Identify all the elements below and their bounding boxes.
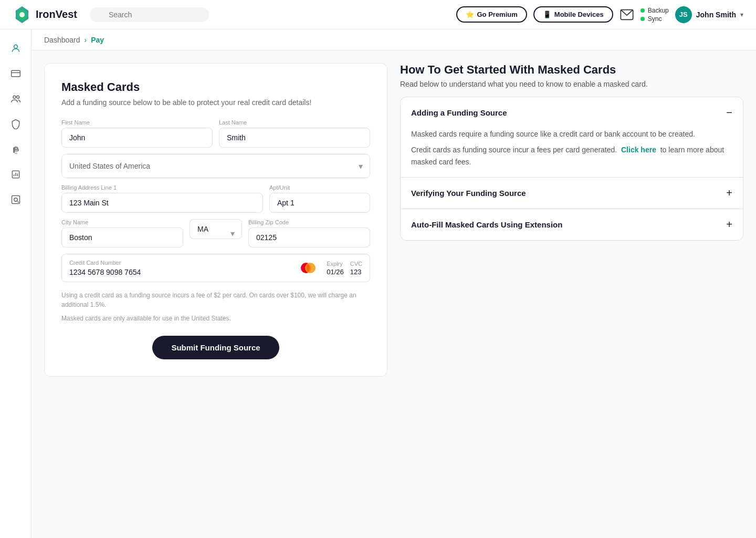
- city-state-zip-row: City Name MA ▾ Billing Zip Code: [61, 219, 370, 247]
- country-group: United States of America ▾: [61, 154, 370, 178]
- sidebar-item-bitcoin[interactable]: [5, 139, 26, 160]
- help-title: How To Get Started With Masked Cards: [400, 63, 743, 77]
- svg-point-2: [19, 12, 25, 17]
- breadcrumb-separator: ›: [85, 36, 87, 44]
- accordion-plus-icon-verifying: +: [726, 187, 732, 199]
- city-input[interactable]: [61, 227, 183, 247]
- funding-text-1: Masked cards require a funding source li…: [411, 128, 732, 140]
- billing-address-label: Billing Address Line 1: [61, 184, 263, 191]
- last-name-input[interactable]: [219, 128, 370, 148]
- accordion: Adding a Funding Source − Masked cards r…: [400, 97, 743, 241]
- last-name-label: Last Name: [219, 119, 370, 126]
- help-panel: How To Get Started With Masked Cards Rea…: [400, 63, 743, 241]
- sync-status: Sync: [640, 15, 669, 23]
- premium-button[interactable]: ⭐ Go Premium: [456, 6, 527, 23]
- click-here-link[interactable]: Click here: [621, 146, 656, 154]
- breadcrumb-dashboard[interactable]: Dashboard: [44, 36, 80, 44]
- fee-note-2: Masked cards are only available for use …: [61, 314, 370, 323]
- submit-button[interactable]: Submit Funding Source: [152, 336, 279, 359]
- sidebar-item-cards[interactable]: [5, 63, 26, 84]
- backup-status: Backup: [640, 7, 669, 14]
- user-info[interactable]: JS John Smith ▾: [675, 6, 743, 23]
- logo-text: IronVest: [36, 8, 77, 20]
- zip-label: Billing Zip Code: [248, 219, 370, 225]
- header-actions: ⭐ Go Premium 📱 Mobile Devices Backup Syn…: [456, 6, 744, 23]
- zip-group: Billing Zip Code: [248, 219, 370, 247]
- name-row: First Name Last Name: [61, 119, 370, 148]
- mastercard-icon: [298, 262, 318, 274]
- state-select[interactable]: MA: [190, 219, 242, 239]
- accordion-item-verifying: Verifying Your Funding Source +: [401, 178, 743, 209]
- billing-address-input[interactable]: [61, 193, 263, 213]
- state-group: MA ▾: [190, 219, 242, 247]
- first-name-group: First Name: [61, 119, 213, 148]
- svg-point-10: [16, 96, 19, 98]
- svg-point-6: [14, 45, 17, 48]
- address-row: Billing Address Line 1 Apt/Unit: [61, 184, 370, 213]
- mobile-devices-button[interactable]: 📱 Mobile Devices: [533, 6, 613, 23]
- sidebar-item-contacts[interactable]: [5, 88, 26, 109]
- sidebar: [0, 29, 32, 389]
- header: IronVest ⭐ Go Premium 📱 Mobile Devices B…: [0, 0, 756, 29]
- main-content: Masked Cards Add a funding source below …: [32, 50, 756, 389]
- sidebar-item-security[interactable]: [5, 113, 26, 134]
- city-group: City Name: [61, 219, 183, 247]
- sidebar-item-activity[interactable]: [5, 164, 26, 185]
- mail-icon[interactable]: [620, 7, 634, 22]
- svg-point-22: [14, 198, 17, 202]
- breadcrumb: Dashboard › Pay: [32, 29, 756, 50]
- first-name-input[interactable]: [61, 128, 213, 148]
- billing-address-group: Billing Address Line 1: [61, 184, 263, 213]
- accordion-item-funding: Adding a Funding Source − Masked cards r…: [401, 97, 743, 178]
- svg-rect-7: [11, 70, 20, 77]
- first-name-label: First Name: [61, 119, 213, 126]
- search-wrapper: [90, 7, 237, 22]
- accordion-header-verifying[interactable]: Verifying Your Funding Source +: [401, 178, 743, 209]
- city-label: City Name: [61, 219, 183, 225]
- accordion-item-autofill: Auto-Fill Masked Cards Using Extension +: [401, 209, 743, 240]
- apt-input[interactable]: [269, 193, 370, 213]
- expiry-group: Expiry 01/26: [327, 261, 344, 276]
- sidebar-item-users[interactable]: [5, 38, 26, 59]
- logo: IronVest: [13, 5, 77, 24]
- zip-input[interactable]: [248, 227, 370, 247]
- chevron-down-icon: ▾: [740, 11, 743, 18]
- cc-icons: [298, 262, 318, 274]
- accordion-label-funding: Adding a Funding Source: [411, 108, 507, 117]
- fee-note-1: Using a credit card as a funding source …: [61, 291, 370, 309]
- panel-title: Masked Cards: [61, 80, 370, 94]
- cc-label: Credit Card Number: [69, 260, 298, 266]
- accordion-label-verifying: Verifying Your Funding Source: [411, 189, 526, 198]
- panel-subtitle: Add a funding source below to be able to…: [61, 98, 370, 107]
- cvc-group: CVC 123: [350, 261, 362, 276]
- sidebar-item-vault[interactable]: [5, 189, 26, 210]
- country-select[interactable]: United States of America: [61, 154, 370, 178]
- breadcrumb-current: Pay: [91, 36, 104, 44]
- mobile-icon: 📱: [543, 11, 551, 18]
- accordion-plus-icon-autofill: +: [726, 219, 732, 231]
- svg-line-23: [17, 201, 19, 203]
- svg-point-9: [13, 96, 16, 98]
- accordion-label-autofill: Auto-Fill Masked Cards Using Extension: [411, 220, 562, 229]
- accordion-body-funding: Masked cards require a funding source li…: [401, 128, 743, 177]
- last-name-group: Last Name: [219, 119, 370, 148]
- cc-number: 1234 5678 9098 7654: [69, 268, 298, 276]
- backup-dot: [640, 8, 645, 13]
- status-group: Backup Sync: [640, 7, 669, 23]
- credit-card-row: Credit Card Number 1234 5678 9098 7654 E…: [61, 254, 370, 282]
- search-input[interactable]: [90, 7, 209, 22]
- funding-text-2: Credit cards as funding source incur a f…: [411, 144, 732, 168]
- apt-label: Apt/Unit: [269, 184, 370, 191]
- user-name: John Smith: [696, 11, 736, 19]
- cc-number-group: Credit Card Number 1234 5678 9098 7654: [69, 260, 298, 276]
- accordion-header-funding[interactable]: Adding a Funding Source −: [401, 97, 743, 128]
- logo-icon: [13, 5, 32, 24]
- avatar: JS: [675, 6, 692, 23]
- masked-cards-panel: Masked Cards Add a funding source below …: [44, 63, 387, 377]
- star-icon: ⭐: [466, 11, 474, 18]
- country-row: United States of America ▾: [61, 154, 370, 178]
- sync-dot: [640, 17, 645, 21]
- help-subtitle: Read below to understand what you need t…: [400, 80, 743, 88]
- accordion-header-autofill[interactable]: Auto-Fill Masked Cards Using Extension +: [401, 209, 743, 240]
- accordion-minus-icon: −: [726, 107, 732, 119]
